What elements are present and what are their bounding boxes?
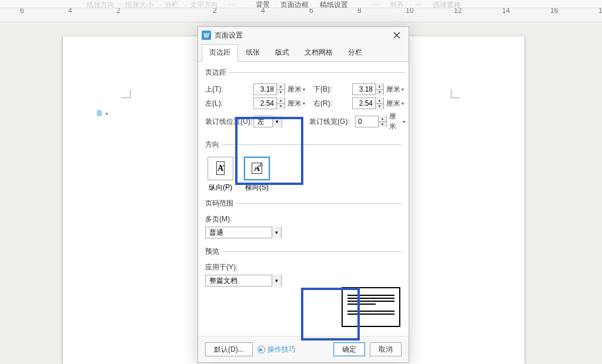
left-input[interactable] [254,98,276,109]
right-label: 右(R): [313,99,352,109]
ribbon-item[interactable]: 选择窗格 [433,1,461,8]
gutter-pos-label: 装订线位置(U): [205,117,253,127]
tab-columns[interactable]: 分栏 [340,44,370,62]
default-button[interactable]: 默认(D)... [205,342,253,356]
dialog-title: 页面设置 [215,31,387,41]
spin-down-icon[interactable]: ▼ [376,104,383,110]
ribbon-fragment: 纸张方向· 纸张大小· 分栏· 文字方向· ⋯ 背景· 页面边框 稿纸设置 ⋯ … [0,0,602,8]
page-indicator-icon[interactable]: 🗎▾ [96,109,108,117]
ribbon-item[interactable]: 背景 [256,1,270,8]
unit-select[interactable]: 厘米▾ [386,99,404,109]
unit-select[interactable]: 厘米▾ [389,112,405,132]
chevron-down-icon: ▼ [272,227,281,238]
bottom-spin[interactable]: ▲▼ [352,83,384,95]
ribbon-item[interactable]: 文字方向 [190,1,218,8]
preview-thumbnail [342,287,400,327]
spin-up-icon[interactable]: ▲ [277,83,285,90]
left-label: 左(L): [205,99,253,109]
spin-up-icon[interactable]: ▲ [277,97,285,104]
page-setup-dialog: W 页面设置 页边距 纸张 版式 文档网格 分栏 页边距 上(T): ▲▼ 厘米… [198,26,409,363]
cancel-button[interactable]: 取消 [370,342,402,356]
top-spin[interactable]: ▲▼ [253,83,285,95]
unit-select[interactable]: 厘米▾ [287,99,305,109]
orientation-group: 方向 A 纵向(P) A 横向(S) [205,140,402,197]
spin-down-icon[interactable]: ▼ [277,104,285,110]
margin-corner-icon [122,89,131,98]
gutter-width-label: 装订线宽(G): [309,117,355,127]
group-title: 页码范围 [205,198,236,208]
spin-down-icon[interactable]: ▼ [376,90,383,96]
ribbon-item[interactable]: 纸张大小 [125,1,153,8]
ok-button[interactable]: 确定 [333,342,365,356]
dialog-titlebar[interactable]: W 页面设置 [198,27,409,43]
spin-down-icon[interactable]: ▼ [379,122,386,128]
multipage-label: 多页(M): [205,214,253,224]
bottom-label: 下(B): [313,85,352,95]
ribbon-item[interactable]: 纸张方向 [86,1,115,8]
gutter-width-spin[interactable]: ▲▼ [355,116,387,127]
group-title: 预览 [205,247,222,257]
ribbon-item[interactable]: 对齐 [390,1,404,8]
page-range-group: 页码范围 多页(M): 普通▼ [205,198,402,245]
multipage-select[interactable]: 普通▼ [205,227,282,238]
bottom-input[interactable] [353,84,375,95]
orientation-landscape[interactable]: A 横向(S) [244,157,270,193]
chevron-down-icon: ▼ [272,116,282,127]
margins-group: 页边距 上(T): ▲▼ 厘米▾ 下(B): ▲▼ 厘米▾ 左(L): ▲▼ 厘… [205,68,405,139]
right-input[interactable] [353,98,375,109]
dialog-tabs: 页边距 纸张 版式 文档网格 分栏 [198,43,409,62]
horizontal-ruler: 6422468101214161820222426283032343638404… [0,8,602,22]
spin-up-icon[interactable]: ▲ [379,116,386,122]
tab-grid[interactable]: 文档网格 [297,44,340,62]
play-icon: ▶ [257,346,265,353]
tab-margins[interactable]: 页边距 [202,44,238,62]
ribbon-item[interactable]: 分栏 [165,1,179,8]
tips-link[interactable]: ▶操作技巧 [257,345,296,355]
apply-to-label: 应用于(Y): [205,262,253,272]
tab-paper[interactable]: 纸张 [238,44,267,62]
unit-select[interactable]: 厘米▾ [287,85,305,95]
right-spin[interactable]: ▲▼ [352,97,384,109]
tab-layout[interactable]: 版式 [267,44,297,62]
chevron-down-icon: ▼ [272,275,281,287]
top-input[interactable] [254,84,276,95]
spin-up-icon[interactable]: ▲ [376,83,383,90]
margin-corner-icon [451,89,460,98]
ribbon-item[interactable]: 稿纸设置 [320,1,348,8]
group-title: 页边距 [205,68,229,77]
top-label: 上(T): [205,85,253,95]
apply-to-select[interactable]: 整篇文档▼ [205,275,282,287]
group-title: 方向 [205,140,222,150]
dialog-footer: 默认(D)... ▶操作技巧 确定 取消 [198,336,409,362]
spin-down-icon[interactable]: ▼ [277,90,285,96]
unit-select[interactable]: 厘米▾ [386,85,404,95]
left-spin[interactable]: ▲▼ [253,97,285,109]
orientation-portrait[interactable]: A 纵向(P) [208,157,233,193]
close-button[interactable] [387,28,406,42]
gutter-width-input[interactable] [356,116,378,127]
app-icon: W [202,31,211,40]
gutter-pos-select[interactable]: 左▼ [253,116,282,127]
spin-up-icon[interactable]: ▲ [376,97,383,104]
ribbon-item[interactable]: 页面边框 [280,1,309,8]
